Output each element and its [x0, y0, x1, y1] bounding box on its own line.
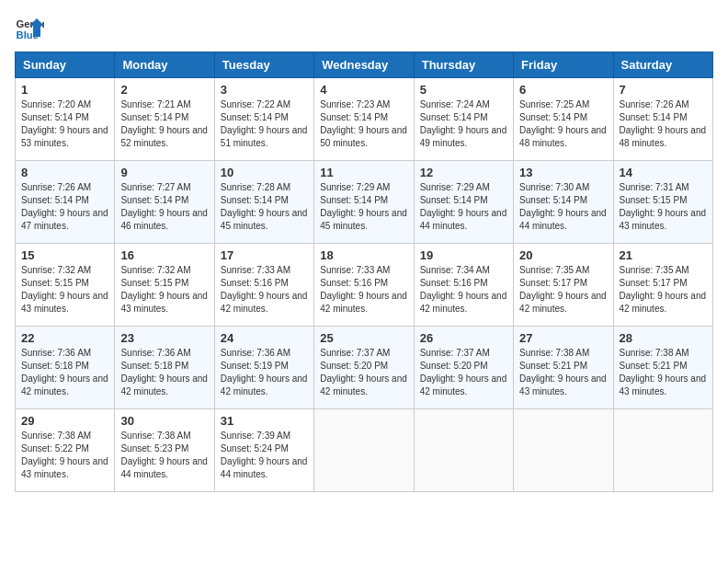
- day-info: Sunrise: 7:30 AMSunset: 5:14 PMDaylight:…: [519, 182, 607, 231]
- header-tuesday: Tuesday: [214, 52, 313, 78]
- day-cell: 16Sunrise: 7:32 AMSunset: 5:15 PMDayligh…: [115, 244, 214, 327]
- day-info: Sunrise: 7:26 AMSunset: 5:14 PMDaylight:…: [21, 182, 108, 231]
- day-info: Sunrise: 7:38 AMSunset: 5:21 PMDaylight:…: [519, 348, 607, 396]
- day-info: Sunrise: 7:38 AMSunset: 5:22 PMDaylight:…: [21, 431, 108, 479]
- day-info: Sunrise: 7:29 AMSunset: 5:14 PMDaylight:…: [420, 182, 507, 231]
- day-cell: 4Sunrise: 7:23 AMSunset: 5:14 PMDaylight…: [314, 78, 414, 161]
- day-info: Sunrise: 7:32 AMSunset: 5:15 PMDaylight:…: [21, 265, 108, 314]
- day-number: 9: [120, 166, 208, 179]
- day-info: Sunrise: 7:36 AMSunset: 5:18 PMDaylight:…: [120, 348, 208, 396]
- week-row-5: 29Sunrise: 7:38 AMSunset: 5:22 PMDayligh…: [16, 409, 713, 492]
- day-info: Sunrise: 7:28 AMSunset: 5:14 PMDaylight:…: [221, 182, 308, 231]
- day-cell: [613, 409, 712, 492]
- day-number: 14: [620, 166, 707, 179]
- day-cell: 6Sunrise: 7:25 AMSunset: 5:14 PMDaylight…: [514, 78, 613, 161]
- header-saturday: Saturday: [613, 52, 712, 78]
- day-number: 20: [519, 248, 607, 262]
- day-number: 12: [420, 166, 507, 179]
- day-cell: 9Sunrise: 7:27 AMSunset: 5:14 PMDaylight…: [115, 161, 214, 244]
- day-info: Sunrise: 7:20 AMSunset: 5:14 PMDaylight:…: [21, 99, 108, 148]
- day-number: 21: [620, 248, 707, 262]
- header-friday: Friday: [514, 52, 613, 78]
- day-info: Sunrise: 7:37 AMSunset: 5:20 PMDaylight:…: [320, 348, 407, 396]
- day-info: Sunrise: 7:25 AMSunset: 5:14 PMDaylight:…: [519, 99, 607, 148]
- calendar-table: Sunday Monday Tuesday Wednesday Thursday…: [15, 52, 713, 492]
- day-number: 29: [21, 414, 108, 428]
- day-number: 31: [221, 414, 308, 428]
- day-number: 11: [320, 166, 407, 179]
- day-number: 4: [320, 83, 407, 97]
- day-cell: 1Sunrise: 7:20 AMSunset: 5:14 PMDaylight…: [16, 78, 115, 161]
- day-cell: 20Sunrise: 7:35 AMSunset: 5:17 PMDayligh…: [514, 244, 613, 327]
- day-number: 26: [420, 331, 507, 345]
- day-cell: 7Sunrise: 7:26 AMSunset: 5:14 PMDaylight…: [613, 78, 712, 161]
- day-info: Sunrise: 7:29 AMSunset: 5:14 PMDaylight:…: [320, 182, 407, 231]
- day-cell: 15Sunrise: 7:32 AMSunset: 5:15 PMDayligh…: [16, 244, 115, 327]
- day-info: Sunrise: 7:33 AMSunset: 5:16 PMDaylight:…: [320, 265, 407, 314]
- header-wednesday: Wednesday: [314, 52, 414, 78]
- day-cell: 29Sunrise: 7:38 AMSunset: 5:22 PMDayligh…: [16, 409, 115, 492]
- day-cell: 21Sunrise: 7:35 AMSunset: 5:17 PMDayligh…: [613, 244, 712, 327]
- day-info: Sunrise: 7:38 AMSunset: 5:21 PMDaylight:…: [620, 348, 707, 396]
- day-info: Sunrise: 7:22 AMSunset: 5:14 PMDaylight:…: [221, 99, 308, 148]
- day-cell: 2Sunrise: 7:21 AMSunset: 5:14 PMDaylight…: [115, 78, 214, 161]
- day-number: 18: [320, 248, 407, 262]
- day-info: Sunrise: 7:32 AMSunset: 5:15 PMDaylight:…: [120, 265, 208, 314]
- page-header: General Blue: [15, 15, 713, 44]
- day-cell: 26Sunrise: 7:37 AMSunset: 5:20 PMDayligh…: [414, 327, 513, 409]
- day-info: Sunrise: 7:37 AMSunset: 5:20 PMDaylight:…: [420, 348, 507, 396]
- day-number: 30: [120, 414, 208, 428]
- day-info: Sunrise: 7:35 AMSunset: 5:17 PMDaylight:…: [519, 265, 607, 314]
- logo-icon: General Blue: [15, 15, 44, 44]
- day-cell: 30Sunrise: 7:38 AMSunset: 5:23 PMDayligh…: [115, 409, 214, 492]
- day-number: 10: [221, 166, 308, 179]
- day-info: Sunrise: 7:36 AMSunset: 5:18 PMDaylight:…: [21, 348, 108, 396]
- day-info: Sunrise: 7:33 AMSunset: 5:16 PMDaylight:…: [221, 265, 308, 314]
- day-cell: 28Sunrise: 7:38 AMSunset: 5:21 PMDayligh…: [613, 327, 712, 409]
- day-cell: 3Sunrise: 7:22 AMSunset: 5:14 PMDaylight…: [214, 78, 313, 161]
- day-number: 5: [420, 83, 507, 97]
- day-cell: 24Sunrise: 7:36 AMSunset: 5:19 PMDayligh…: [214, 327, 313, 409]
- header-thursday: Thursday: [414, 52, 513, 78]
- day-number: 22: [21, 331, 108, 345]
- day-number: 3: [221, 83, 308, 97]
- day-cell: 5Sunrise: 7:24 AMSunset: 5:14 PMDaylight…: [414, 78, 513, 161]
- day-info: Sunrise: 7:31 AMSunset: 5:15 PMDaylight:…: [620, 182, 707, 231]
- logo: General Blue: [15, 15, 44, 44]
- day-number: 17: [221, 248, 308, 262]
- day-cell: 17Sunrise: 7:33 AMSunset: 5:16 PMDayligh…: [214, 244, 313, 327]
- day-number: 8: [21, 166, 108, 179]
- week-row-2: 8Sunrise: 7:26 AMSunset: 5:14 PMDaylight…: [16, 161, 713, 244]
- day-number: 24: [221, 331, 308, 345]
- day-info: Sunrise: 7:26 AMSunset: 5:14 PMDaylight:…: [620, 99, 707, 148]
- day-info: Sunrise: 7:24 AMSunset: 5:14 PMDaylight:…: [420, 99, 507, 148]
- day-info: Sunrise: 7:23 AMSunset: 5:14 PMDaylight:…: [320, 99, 407, 148]
- day-cell: 8Sunrise: 7:26 AMSunset: 5:14 PMDaylight…: [16, 161, 115, 244]
- day-number: 28: [620, 331, 707, 345]
- day-number: 7: [620, 83, 707, 97]
- week-row-3: 15Sunrise: 7:32 AMSunset: 5:15 PMDayligh…: [16, 244, 713, 327]
- day-cell: 27Sunrise: 7:38 AMSunset: 5:21 PMDayligh…: [514, 327, 613, 409]
- day-cell: 25Sunrise: 7:37 AMSunset: 5:20 PMDayligh…: [314, 327, 414, 409]
- day-number: 15: [21, 248, 108, 262]
- day-cell: 19Sunrise: 7:34 AMSunset: 5:16 PMDayligh…: [414, 244, 513, 327]
- day-info: Sunrise: 7:27 AMSunset: 5:14 PMDaylight:…: [120, 182, 208, 231]
- day-number: 2: [120, 83, 208, 97]
- day-number: 1: [21, 83, 108, 97]
- week-row-4: 22Sunrise: 7:36 AMSunset: 5:18 PMDayligh…: [16, 327, 713, 409]
- day-info: Sunrise: 7:36 AMSunset: 5:19 PMDaylight:…: [221, 348, 308, 396]
- day-info: Sunrise: 7:39 AMSunset: 5:24 PMDaylight:…: [221, 431, 308, 479]
- day-number: 16: [120, 248, 208, 262]
- day-cell: 31Sunrise: 7:39 AMSunset: 5:24 PMDayligh…: [214, 409, 313, 492]
- day-number: 25: [320, 331, 407, 345]
- day-cell: [414, 409, 513, 492]
- day-info: Sunrise: 7:35 AMSunset: 5:17 PMDaylight:…: [620, 265, 707, 314]
- week-row-1: 1Sunrise: 7:20 AMSunset: 5:14 PMDaylight…: [16, 78, 713, 161]
- day-info: Sunrise: 7:34 AMSunset: 5:16 PMDaylight:…: [420, 265, 507, 314]
- header-row: Sunday Monday Tuesday Wednesday Thursday…: [16, 52, 713, 78]
- day-number: 27: [519, 331, 607, 345]
- day-info: Sunrise: 7:21 AMSunset: 5:14 PMDaylight:…: [120, 99, 208, 148]
- day-number: 23: [120, 331, 208, 345]
- day-info: Sunrise: 7:38 AMSunset: 5:23 PMDaylight:…: [120, 431, 208, 479]
- day-number: 19: [420, 248, 507, 262]
